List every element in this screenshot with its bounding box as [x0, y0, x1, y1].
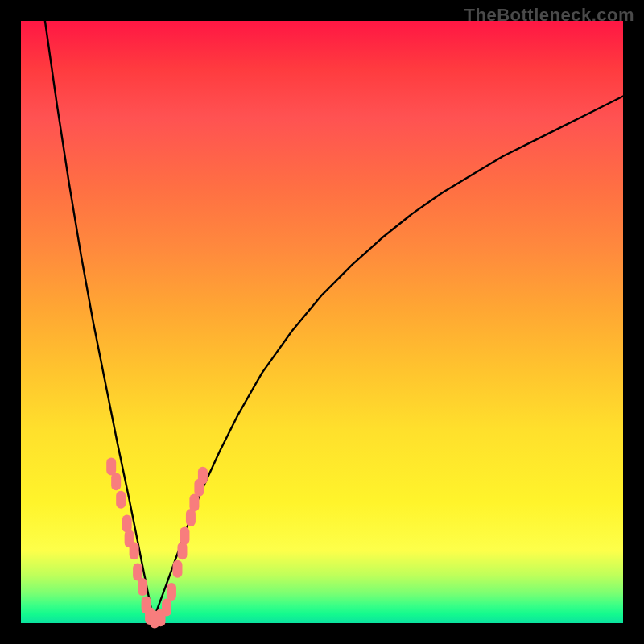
cluster-marker	[172, 560, 182, 578]
cluster-marker	[130, 542, 139, 559]
cluster-marker	[116, 491, 126, 509]
bottleneck-curve	[45, 21, 623, 620]
cluster-marker	[167, 583, 176, 601]
outer-frame: TheBottleneck.com	[0, 0, 644, 644]
cluster-marker	[162, 599, 171, 617]
cluster-marker	[186, 509, 196, 526]
curve-layer	[0, 0, 644, 644]
cluster-marker	[122, 515, 132, 533]
cluster-marker	[198, 467, 208, 485]
cluster-marker	[180, 527, 189, 545]
cluster-marker	[111, 473, 121, 490]
cluster-marker	[177, 542, 187, 559]
cluster-marker	[106, 458, 116, 476]
cluster-marker	[133, 563, 142, 580]
cluster-marker	[189, 493, 199, 511]
cluster-marker	[138, 578, 147, 596]
